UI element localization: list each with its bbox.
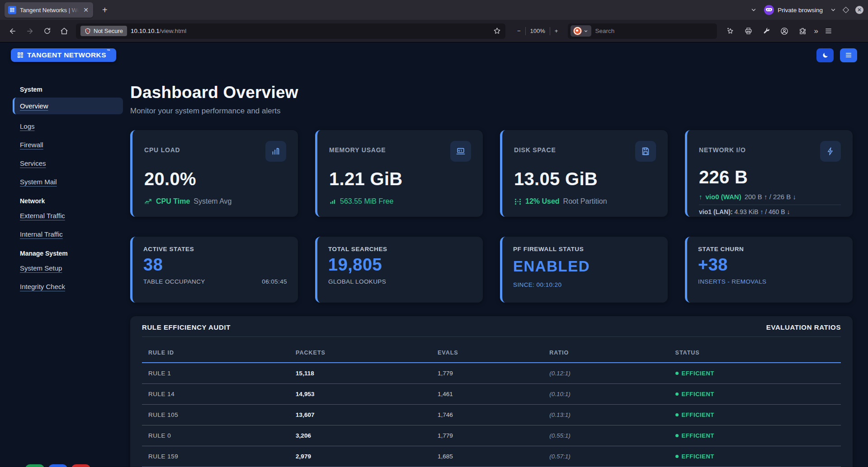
laptop-icon — [450, 141, 471, 162]
bar-chart-icon — [265, 141, 286, 162]
sidebar-item-external-traffic[interactable]: External Traffic — [20, 212, 121, 219]
tab-close-icon[interactable]: ✕ — [82, 6, 90, 14]
status-dot-icon — [675, 413, 679, 416]
disk-space-value: 13.05 GiB — [514, 169, 656, 189]
browser-tab[interactable]: Tangent Networks | Web in ✕ — [5, 2, 93, 18]
table-row: RULE 105 13,607 1,746 (0.13:1) EFFICIENT — [142, 405, 841, 425]
print-icon[interactable] — [741, 24, 755, 38]
network-io-card: NETWORK I/O 226 B ↑ vio0 (WAN) 200 B ↑ /… — [685, 130, 853, 217]
card-label: MEMORY USAGE — [329, 146, 386, 154]
packets: 2,979 — [296, 453, 438, 460]
power-button[interactable] — [71, 464, 90, 467]
tab-title: Tangent Networks | Web in — [20, 7, 79, 14]
signal-bars-icon — [329, 198, 336, 205]
extensions-icon[interactable] — [796, 24, 809, 38]
firewall-status-value: ENABLED — [513, 258, 657, 275]
back-icon[interactable] — [5, 24, 20, 38]
firewall-since-label: SINCE: 00:10:20 — [513, 281, 561, 288]
search-input[interactable] — [595, 28, 714, 34]
divider — [699, 205, 841, 205]
reload-icon[interactable] — [40, 24, 54, 38]
inserts-removals-label: INSERTS - REMOVALS — [698, 278, 766, 285]
card-label: NETWORK I/O — [699, 146, 746, 154]
sidebar-item-overview[interactable]: Overview — [13, 98, 123, 114]
panel-title: RULE EFFICIENCY AUDIT — [142, 323, 231, 331]
status-badge: EFFICIENT — [675, 370, 841, 377]
tools-wrench-icon[interactable] — [760, 24, 773, 38]
sidebar-item-firewall[interactable]: Firewall — [20, 141, 121, 149]
active-states-card: ACTIVE STATES 38 TABLE OCCUPANCY 06:05:4… — [130, 237, 298, 303]
wan-arrow: ↑ — [699, 193, 703, 201]
search-bar[interactable] — [568, 23, 717, 39]
main-content: Dashboard Overview Monitor your system p… — [130, 63, 868, 467]
rule-id: RULE 159 — [142, 453, 296, 460]
app-nav-menu-button[interactable] — [840, 48, 857, 62]
table-occupancy-label: TABLE OCCUPANCY — [143, 278, 205, 285]
pf-firewall-status-card: PF FIREWALL STATUS ENABLED SINCE: 00:10:… — [500, 237, 668, 303]
app-menu-icon[interactable] — [822, 24, 835, 38]
packets: 14,953 — [296, 391, 438, 397]
global-lookups-label: GLOBAL LOOKUPS — [328, 278, 386, 285]
home-icon[interactable] — [57, 24, 71, 38]
evals: 1,685 — [438, 453, 549, 460]
status-badge: EFFICIENT — [675, 432, 841, 439]
ratio: (0.55:1) — [549, 432, 675, 439]
window-close-icon[interactable]: ✕ — [855, 6, 863, 14]
private-mask-icon — [764, 5, 774, 15]
bookmark-star-icon[interactable] — [493, 27, 501, 35]
not-secure-chip[interactable]: Not Secure — [80, 26, 127, 36]
app-header: TANGENT NETWORKS™ — [0, 42, 868, 63]
lan-label: vio1 (LAN): — [699, 208, 733, 215]
table-row: RULE 14 14,953 1,461 (0.10:1) EFFICIENT — [142, 384, 841, 405]
logout-button[interactable] — [25, 464, 44, 467]
sidebar-item-system-mail[interactable]: System Mail — [20, 178, 121, 186]
status-dot-icon — [675, 392, 679, 396]
disk-space-card: DISK SPACE 13.05 GiB 12% Used Root Parti… — [500, 130, 668, 217]
sidebar-section-network: Network — [20, 197, 121, 205]
active-states-value: 38 — [143, 255, 287, 275]
bookmarks-sparkle-icon[interactable] — [723, 24, 737, 38]
account-icon[interactable] — [778, 24, 791, 38]
rule-id: RULE 0 — [142, 432, 296, 439]
refresh-button[interactable] — [48, 464, 67, 467]
search-engine-chip[interactable] — [571, 25, 591, 37]
table-row: RULE 1 15,118 1,779 (0.12:1) EFFICIENT — [142, 363, 841, 384]
sidebar-item-logs[interactable]: Logs — [20, 122, 121, 130]
sidebar-item-internal-traffic[interactable]: Internal Traffic — [20, 230, 121, 238]
url-bar[interactable]: Not Secure 10.10.10.1/view.html — [76, 23, 505, 39]
wan-value: 200 B ↑ / 226 B ↓ — [745, 193, 796, 201]
grid-dots-icon — [514, 198, 522, 205]
overflow-icon[interactable]: » — [814, 27, 817, 36]
rule-id: RULE 14 — [142, 391, 296, 397]
page-title: Dashboard Overview — [130, 83, 853, 102]
col-evals: EVALS — [438, 350, 549, 356]
sidebar-item-services[interactable]: Services — [20, 159, 121, 167]
rule-efficiency-panel: RULE EFFICIENCY AUDIT EVALUATION RATIOS … — [130, 316, 853, 467]
qr-logo-icon — [17, 51, 24, 59]
packets: 15,118 — [296, 370, 438, 377]
state-churn-value: +38 — [698, 255, 842, 275]
minimize-chevron-icon[interactable] — [830, 7, 836, 13]
zoom-out-icon[interactable]: − — [513, 26, 525, 36]
zoom-level[interactable]: 100% — [526, 26, 550, 36]
memory-usage-card: MEMORY USAGE 1.21 GiB 563.55 MiB Free — [315, 130, 483, 217]
col-ratio: RATIO — [549, 350, 675, 356]
total-searches-value: 19,805 — [328, 255, 472, 275]
sidebar-item-integrity-check[interactable]: Integrity Check — [20, 283, 121, 290]
ratio: (0.10:1) — [549, 391, 675, 397]
sidebar-item-system-setup[interactable]: System Setup — [20, 264, 121, 272]
brand-badge[interactable]: TANGENT NETWORKS™ — [11, 48, 116, 62]
browser-tab-bar: Tangent Networks | Web in ✕ + Private br… — [0, 0, 868, 20]
not-secure-label: Not Secure — [94, 28, 123, 34]
maximize-icon[interactable] — [843, 7, 849, 13]
shield-strike-icon — [85, 28, 91, 34]
forward-icon[interactable] — [23, 24, 37, 38]
zoom-in-icon[interactable]: + — [550, 26, 563, 36]
private-browsing-badge: Private browsing — [764, 5, 823, 15]
new-tab-button[interactable]: + — [99, 4, 111, 16]
lan-line: vio1 (LAN): 4.93 KiB ↑ / 460 B ↓ — [699, 208, 841, 215]
list-tabs-chevron-icon[interactable] — [750, 7, 757, 13]
dark-mode-toggle[interactable] — [816, 48, 834, 62]
disk-used-label: 12% Used — [525, 197, 560, 205]
evals: 1,779 — [438, 370, 549, 377]
